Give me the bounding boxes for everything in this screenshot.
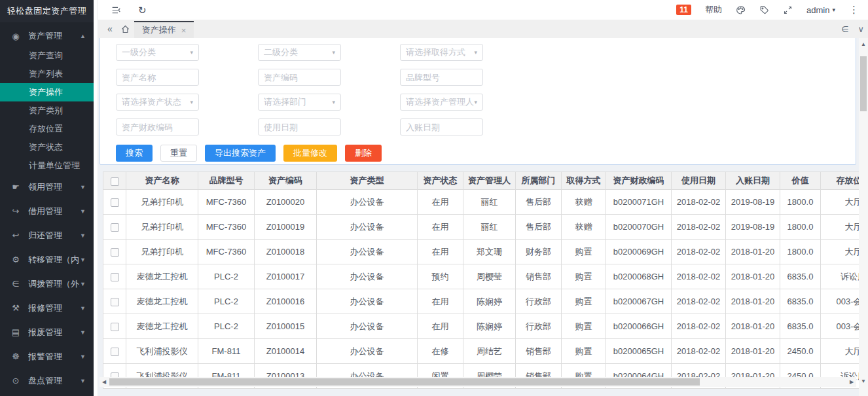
scroll-down-icon[interactable]: ▼: [859, 376, 868, 386]
vertical-scrollbar[interactable]: ▲ ▼: [859, 38, 868, 396]
form-row: [116, 118, 856, 135]
sidebar-group[interactable]: ↩归还管理▼: [0, 223, 94, 247]
row-checkbox[interactable]: [111, 198, 119, 207]
reset-button[interactable]: 重置: [160, 145, 197, 162]
help-link[interactable]: 帮助: [705, 4, 722, 16]
scroll-right-icon[interactable]: ▶: [847, 377, 856, 387]
cell: 6835.0: [780, 314, 821, 339]
cell: 在用: [418, 215, 463, 240]
cell: b0200071GH: [606, 190, 672, 215]
close-icon[interactable]: ×: [181, 26, 187, 35]
inventory-icon: ⊙: [10, 376, 21, 386]
sidebar-item[interactable]: 存放位置: [0, 120, 94, 138]
select-all-checkbox[interactable]: [111, 177, 119, 186]
sidebar-groups: ☛领用管理▼↪借用管理▼↩归还管理▼⚙转移管理（内...▼∈调拨管理（外...▼…: [0, 175, 94, 393]
cell: 售后部: [516, 215, 562, 240]
content-area: 一级分类▾二级分类▾请选择取得方式▾请选择资产状态▾请选择部门▾请选择资产管理人…: [98, 38, 868, 396]
select-placeholder: 请选择部门: [264, 96, 306, 108]
batch-edit-button[interactable]: 批量修改: [283, 145, 337, 162]
sidebar-group[interactable]: ☛领用管理▼: [0, 175, 94, 199]
sidebar-group[interactable]: ∈调拨管理（外...▼: [0, 272, 94, 296]
scroll-up-icon[interactable]: ▲: [859, 39, 868, 48]
chevron-down-icon: ▾: [190, 99, 193, 105]
cell: PLC-2: [198, 289, 255, 314]
sidebar-group[interactable]: ▤报废管理▼: [0, 320, 94, 344]
sidebar-item[interactable]: 资产操作: [0, 83, 94, 101]
sidebar-item[interactable]: 资产列表: [0, 65, 94, 83]
more-menu-icon[interactable]: ⋮: [849, 4, 859, 16]
tabbar: « 资产操作 × ∈ ∨: [98, 20, 868, 38]
sidebar-scrollbar-track[interactable]: [94, 0, 98, 396]
cell: 获赠: [562, 190, 606, 215]
scroll-left-icon[interactable]: ◀: [99, 377, 109, 387]
select-二级分类[interactable]: 二级分类▾: [258, 44, 341, 61]
notification-badge[interactable]: 11: [676, 5, 691, 15]
cell: 麦德龙工控机: [126, 264, 198, 289]
theme-palette-icon[interactable]: [736, 5, 746, 15]
column-header: 所属部门: [516, 172, 562, 190]
horizontal-scrollbar[interactable]: ◀ ▶: [99, 377, 856, 387]
allocate-icon: ∈: [10, 279, 21, 289]
sidebar-item[interactable]: 资产状态: [0, 138, 94, 156]
text-input[interactable]: [122, 122, 193, 132]
sidebar-group[interactable]: ⊙盘点管理▼: [0, 369, 94, 393]
chevron-down-icon: ▾: [332, 99, 335, 105]
cell: 办公设备: [317, 314, 418, 339]
user-menu[interactable]: admin ▾: [806, 5, 835, 15]
sidebar-group[interactable]: ⚒报修管理▼: [0, 296, 94, 320]
app-title: 轻松盘固定资产管理: [0, 0, 94, 22]
column-header: 资产名称: [126, 172, 198, 190]
table-row: 飞利浦投影仪FM-811Z0100014办公设备在修周结艺销售部购置b02000…: [103, 339, 859, 364]
sidebar-group[interactable]: ↪借用管理▼: [0, 199, 94, 223]
tab-asset-operation[interactable]: 资产操作 ×: [134, 21, 194, 38]
text-input[interactable]: [406, 73, 477, 82]
table-row: 兄弟打印机MFC-7360Z0100019办公设备在用丽红售后部获赠b02000…: [103, 215, 859, 240]
row-checkbox[interactable]: [111, 273, 119, 281]
collapse-tabs-icon[interactable]: «: [103, 24, 117, 34]
home-icon[interactable]: [120, 24, 130, 34]
cell: 周结艺: [463, 339, 516, 364]
vertical-scrollbar-thumb[interactable]: [860, 56, 867, 111]
collapse-menu-icon[interactable]: [111, 5, 121, 15]
header-checkbox-cell: [103, 172, 126, 190]
tab-actions-icon[interactable]: ∈: [841, 24, 848, 34]
sidebar-group-asset[interactable]: ◉ 资产管理 ▲: [0, 26, 94, 46]
delete-button[interactable]: 删除: [345, 145, 382, 162]
export-search-button[interactable]: 导出搜索资产: [205, 145, 276, 162]
select-请选择资产管理人[interactable]: 请选择资产管理人▾: [400, 94, 483, 111]
text-input[interactable]: [264, 73, 335, 82]
cell: Z0100020: [255, 190, 317, 215]
table-row: 麦德龙工控机PLC-2Z0100015办公设备在用陈娴婷行政部购置b020006…: [103, 314, 859, 339]
row-checkbox[interactable]: [111, 223, 119, 232]
row-checkbox[interactable]: [111, 298, 119, 306]
row-checkbox[interactable]: [111, 348, 119, 356]
cell: 大厅: [821, 240, 859, 264]
sidebar-item[interactable]: 资产类别: [0, 101, 94, 120]
text-input[interactable]: [122, 73, 193, 82]
row-checkbox[interactable]: [111, 323, 119, 331]
column-header: 资产管理人: [463, 172, 516, 190]
cell: PLC-2: [198, 314, 255, 339]
column-header: 存放位置: [821, 172, 859, 190]
text-input[interactable]: [406, 122, 477, 132]
tag-icon[interactable]: [759, 5, 769, 15]
sidebar-item[interactable]: 资产查询: [0, 46, 94, 65]
search-form: 一级分类▾二级分类▾请选择取得方式▾请选择资产状态▾请选择部门▾请选择资产管理人…: [116, 44, 856, 135]
sidebar-item[interactable]: 计量单位管理: [0, 156, 94, 175]
fullscreen-icon[interactable]: [783, 5, 793, 15]
column-header: 资产编码: [255, 172, 317, 190]
text-input[interactable]: [264, 122, 335, 132]
select-请选择资产状态[interactable]: 请选择资产状态▾: [116, 94, 199, 111]
sidebar-group[interactable]: ⚙转移管理（内...▼: [0, 247, 94, 272]
horizontal-scrollbar-thumb[interactable]: [109, 378, 700, 386]
select-请选择部门[interactable]: 请选择部门▾: [258, 94, 341, 111]
tab-list-chevron-icon[interactable]: ∨: [858, 24, 864, 34]
row-checkbox[interactable]: [111, 248, 119, 257]
column-header: 价值: [780, 172, 821, 190]
select-请选择取得方式[interactable]: 请选择取得方式▾: [400, 44, 483, 61]
select-一级分类[interactable]: 一级分类▾: [116, 44, 199, 61]
search-button[interactable]: 搜索: [116, 145, 153, 162]
column-header: 使用日期: [672, 172, 726, 190]
sidebar-group[interactable]: ☸报警管理▼: [0, 344, 94, 369]
refresh-icon[interactable]: ↻: [138, 5, 147, 15]
